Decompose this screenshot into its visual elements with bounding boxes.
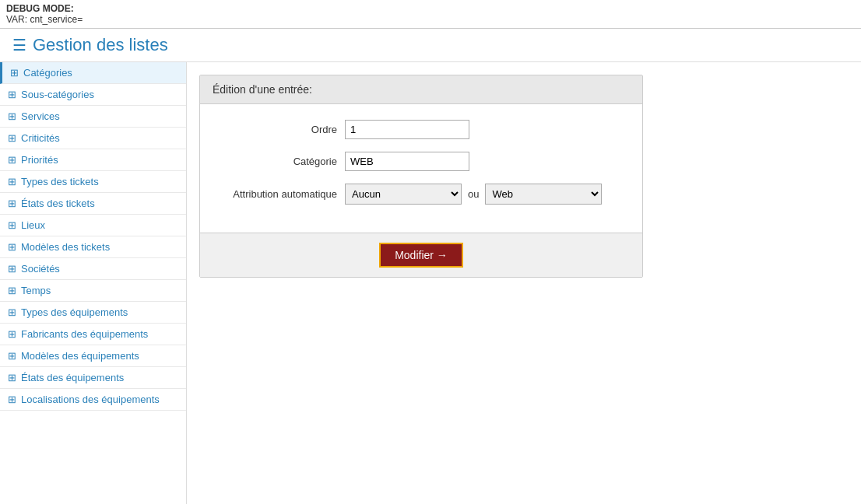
sidebar-item-11[interactable]: ⊞Types des équipements — [0, 302, 186, 324]
grid-icon-2: ⊞ — [8, 110, 16, 122]
sidebar-label-15: Localisations des équipements — [21, 394, 160, 405]
sidebar: ⊞Catégories⊞Sous-catégories⊞Services⊞Cri… — [0, 62, 187, 504]
debug-bar: DEBUG MODE: VAR: cnt_service= — [0, 0, 861, 29]
categorie-input[interactable] — [345, 152, 469, 171]
grid-icon-5: ⊞ — [8, 176, 16, 187]
ou-text: ou — [468, 188, 479, 200]
form-panel-footer: Modifier → — [200, 233, 642, 277]
grid-icon-15: ⊞ — [8, 394, 16, 405]
sidebar-label-13: Modèles des équipements — [21, 350, 139, 362]
sidebar-item-12[interactable]: ⊞Fabricants des équipements — [0, 324, 186, 345]
sidebar-label-3: Criticités — [21, 132, 60, 144]
sidebar-item-13[interactable]: ⊞Modèles des équipements — [0, 345, 186, 367]
sidebar-item-6[interactable]: ⊞États des tickets — [0, 193, 186, 215]
main-content: Édition d'une entrée: Ordre Catégorie At… — [187, 62, 861, 504]
list-icon: ☰ — [12, 36, 26, 54]
sidebar-label-1: Sous-catégories — [21, 89, 94, 100]
attribution-label: Attribution automatique — [213, 188, 345, 200]
sidebar-label-9: Sociétés — [21, 263, 60, 275]
categorie-row: Catégorie — [213, 152, 630, 171]
sidebar-label-0: Catégories — [23, 67, 72, 79]
grid-icon-13: ⊞ — [8, 350, 16, 362]
grid-icon-1: ⊞ — [8, 89, 16, 100]
categorie-label: Catégorie — [213, 156, 345, 167]
sidebar-item-1[interactable]: ⊞Sous-catégories — [0, 84, 186, 106]
sidebar-label-5: Types des tickets — [21, 176, 99, 187]
grid-icon-12: ⊞ — [8, 328, 16, 340]
grid-icon-11: ⊞ — [8, 306, 16, 318]
sidebar-label-8: Modèles des tickets — [21, 241, 110, 253]
grid-icon-4: ⊞ — [8, 154, 16, 166]
modifier-button[interactable]: Modifier → — [379, 243, 463, 268]
second-select[interactable]: Web Option2 — [485, 184, 602, 205]
sidebar-label-12: Fabricants des équipements — [21, 328, 148, 340]
sidebar-item-3[interactable]: ⊞Criticités — [0, 128, 186, 149]
sidebar-item-4[interactable]: ⊞Priorités — [0, 149, 186, 171]
grid-icon-10: ⊞ — [8, 285, 16, 296]
form-panel-header: Édition d'une entrée: — [200, 75, 642, 104]
debug-mode-label: DEBUG MODE: — [6, 3, 74, 14]
form-panel: Édition d'une entrée: Ordre Catégorie At… — [199, 75, 643, 278]
grid-icon-14: ⊞ — [8, 372, 16, 383]
sidebar-label-10: Temps — [21, 285, 51, 296]
sidebar-item-10[interactable]: ⊞Temps — [0, 280, 186, 302]
grid-icon-9: ⊞ — [8, 263, 16, 275]
sidebar-item-2[interactable]: ⊞Services — [0, 106, 186, 128]
page-header: ☰ Gestion des listes — [0, 29, 861, 62]
sidebar-item-5[interactable]: ⊞Types des tickets — [0, 171, 186, 193]
sidebar-item-9[interactable]: ⊞Sociétés — [0, 258, 186, 280]
grid-icon-7: ⊞ — [8, 219, 16, 231]
grid-icon-6: ⊞ — [8, 198, 16, 209]
debug-var-label: VAR: cnt_service= — [6, 14, 83, 25]
sidebar-item-7[interactable]: ⊞Lieux — [0, 215, 186, 236]
attribution-select[interactable]: Aucun Option1 — [345, 184, 462, 205]
attribution-controls: Aucun Option1 ou Web Option2 — [345, 184, 602, 205]
grid-icon-3: ⊞ — [8, 132, 16, 144]
sidebar-label-7: Lieux — [21, 219, 45, 231]
ordre-label: Ordre — [213, 124, 345, 135]
sidebar-label-4: Priorités — [21, 154, 58, 166]
sidebar-item-15[interactable]: ⊞Localisations des équipements — [0, 389, 186, 411]
sidebar-item-14[interactable]: ⊞États des équipements — [0, 367, 186, 389]
page-title: Gestion des listes — [33, 35, 168, 55]
sidebar-label-6: États des tickets — [21, 198, 95, 209]
grid-icon-8: ⊞ — [8, 241, 16, 253]
ordre-row: Ordre — [213, 120, 630, 139]
grid-icon-0: ⊞ — [10, 67, 19, 79]
sidebar-label-11: Types des équipements — [21, 306, 128, 318]
sidebar-item-8[interactable]: ⊞Modèles des tickets — [0, 236, 186, 258]
ordre-input[interactable] — [345, 120, 469, 139]
attribution-row: Attribution automatique Aucun Option1 ou… — [213, 184, 630, 205]
sidebar-label-2: Services — [21, 110, 60, 122]
form-panel-body: Ordre Catégorie Attribution automatique … — [200, 104, 642, 233]
sidebar-item-0[interactable]: ⊞Catégories — [0, 62, 186, 84]
sidebar-label-14: États des équipements — [21, 372, 124, 383]
